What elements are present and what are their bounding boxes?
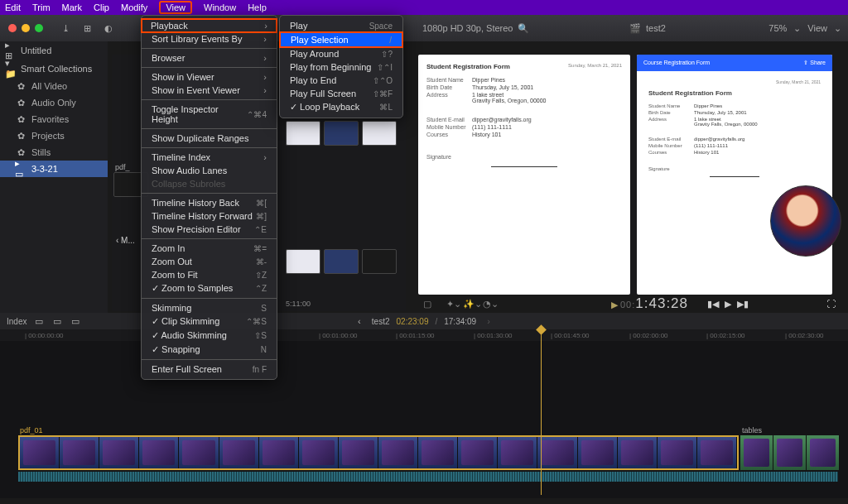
menu-item[interactable]: Show Precision Editor⌃E [142,223,277,236]
menu-edit[interactable]: Edit [5,2,21,12]
clip-name-1: pdf_01 [20,426,43,434]
menu-window[interactable]: Window [204,2,236,12]
ruler-tick: | 00:01:30:00 [474,332,513,339]
ruler-tick: | 00:00:00:00 [25,332,64,339]
menu-item[interactable]: Timeline Index [142,151,277,164]
menu-item[interactable]: Enter Full Screenfn F [142,362,277,376]
timeline-body[interactable]: pdf_01 tables [0,341,848,498]
library-sidebar: ▸ ⊞Untitled ▾ 📁Smart Collections ✿All Vi… [0,41,108,323]
sidebar-event[interactable]: ▸ ▭3-3-21 [0,161,108,177]
gear-icon: ✿ [15,80,26,92]
fullscreen-icon[interactable]: ⛶ [825,298,836,310]
format-label: 1080p HD 30p, Stereo [422,23,513,33]
menu-item[interactable]: Loop Playback⌘L [280,100,402,114]
menu-item[interactable]: Timeline History Forward⌘] [142,209,277,223]
menu-help[interactable]: Help [248,2,267,12]
import-icon[interactable]: ⤓ [60,22,71,34]
zoom-icon[interactable] [35,24,43,32]
doc2-sig: Signature [648,166,694,171]
bg-tasks-icon[interactable]: ◐ [103,22,114,34]
minimize-icon[interactable] [22,24,30,32]
menu-item[interactable]: Play Full Screen⇧⌘F [280,87,402,100]
clip-thumb[interactable] [362,249,397,274]
tl-tool2[interactable]: ▭ [51,315,63,327]
menu-item[interactable]: Show Audio Lanes [142,164,277,177]
menu-item[interactable]: Timeline History Back⌘[ [142,196,277,209]
clip-strip-2[interactable] [740,435,840,470]
next-icon[interactable]: ▶▮ [737,298,749,310]
search-icon[interactable]: 🔍 [518,22,529,34]
clip-thumb[interactable] [324,249,359,274]
menu-item[interactable]: PlaySpace [280,19,402,32]
doc-sig: Signature [426,154,472,160]
keyword-icon[interactable]: ⊞ [81,22,93,34]
ruler-tick: | 00:02:15:00 [706,332,745,339]
clip-thumb[interactable] [286,121,320,146]
menu-item[interactable]: Sort Library Events By [142,32,277,46]
browser-marker: ‹ M... [116,236,135,245]
enhance-icon[interactable]: ✨⌄ [466,298,478,310]
playhead[interactable] [541,329,542,495]
menu-item[interactable]: Toggle Inspector Height⌃⌘4 [142,103,277,126]
menu-item[interactable]: Show in Viewer [142,70,277,84]
menu-item[interactable]: Show Duplicate Ranges [142,132,277,145]
menu-item[interactable]: Show in Event Viewer [142,84,277,97]
sidebar-audio-only[interactable]: ✿Audio Only [0,94,108,111]
tl-tool1[interactable]: ▭ [33,315,45,327]
index-button[interactable]: Index [7,317,26,326]
ruler-tick: | 00:01:45:00 [551,332,590,339]
menu-item[interactable]: Clip Skimming⌃⌘S [142,314,277,329]
clip-strip-selected[interactable] [18,435,739,470]
zoom-level[interactable]: 75% [768,23,787,33]
doc-date: Sunday, March 21, 2021 [568,63,622,68]
gear-icon: ✿ [15,113,26,125]
menu-view[interactable]: View [159,1,192,14]
menu-clip[interactable]: Clip [94,2,109,12]
menu-item[interactable]: Zoom to Fit⇧Z [142,268,277,281]
menu-item[interactable]: SkimmingS [142,301,277,314]
close-icon[interactable] [8,24,17,32]
sidebar-all-video[interactable]: ✿All Video [0,78,108,94]
gear-icon: ✿ [15,97,26,108]
prev-icon[interactable]: ▮◀ [707,298,719,310]
ruler-tick: | 00:01:15:00 [396,332,435,339]
menu-trim[interactable]: Trim [32,2,51,12]
smart-collections[interactable]: ▾ 📁Smart Collections [0,60,108,78]
menubar: Edit Trim Mark Clip Modify View Window H… [0,0,848,15]
audio-waveform[interactable] [18,472,838,482]
event-icon: ▸ ▭ [15,163,26,175]
play-icon[interactable]: ▶ [722,298,734,310]
clip-thumb[interactable] [324,121,359,146]
library-title[interactable]: ▸ ⊞Untitled [0,41,108,60]
menu-item[interactable]: Play from Beginning⇧⌃I [280,60,402,74]
doc2-header: Course Registration Form [643,60,710,66]
ruler-tick: | 00:02:00:00 [629,332,668,339]
menu-item[interactable]: Play Selection/ [279,31,403,48]
scale-icon[interactable]: ▢ [422,298,433,310]
menu-item[interactable]: Playback [141,18,277,33]
retime-icon[interactable]: ◔⌄ [484,298,496,310]
menu-item[interactable]: Audio Skimming⇧S [142,329,277,343]
menu-mark[interactable]: Mark [62,2,82,12]
history-back-icon[interactable]: ‹ [354,315,365,327]
play-icon[interactable]: ▶ [609,300,620,311]
clip-thumb[interactable] [362,121,397,146]
tools-icon[interactable]: ✦⌄ [448,298,460,310]
menu-item[interactable]: Zoom to Samples⌃Z [142,281,277,295]
clip-thumb[interactable] [286,249,320,274]
sidebar-favorites[interactable]: ✿Favorites [0,111,108,127]
menu-item[interactable]: Play to End⇧⌃O [280,74,402,87]
timeline-ruler[interactable]: | 00:00:00:00| 00:00:45:00| 00:01:00:00|… [0,329,848,341]
tl-tool3[interactable]: ▭ [70,315,81,327]
viewer-pane: Sunday, March 21, 2021 Student Registrat… [418,55,832,295]
menu-modify[interactable]: Modify [121,2,147,12]
sidebar-projects[interactable]: ✿Projects [0,127,108,144]
menu-item[interactable]: SnappingN [142,343,277,357]
menu-item[interactable]: Play Around⇧? [280,47,402,60]
history-fwd-icon[interactable]: › [483,315,494,327]
window-controls [8,24,43,32]
menu-item[interactable]: Zoom Out⌘- [142,255,277,268]
menu-item[interactable]: Zoom In⌘= [142,242,277,255]
view-dropdown[interactable]: View [807,23,827,33]
menu-item[interactable]: Browser [142,51,277,65]
